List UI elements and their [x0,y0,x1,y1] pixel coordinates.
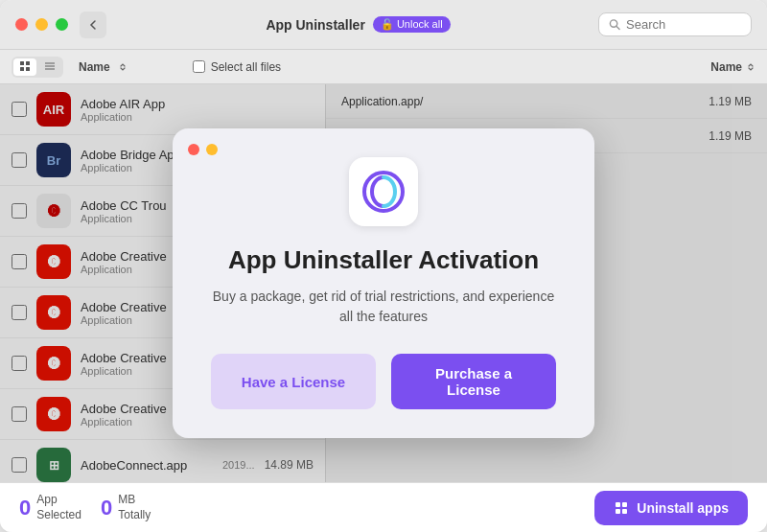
select-all-container: Select all files [193,60,281,74]
activation-modal: App Uninstaller Activation Buy a package… [173,128,594,438]
column-header: Name Select all files Name [0,50,767,84]
svg-line-1 [616,26,619,29]
titlebar: App Uninstaller 🔓 Unlock all [0,0,767,50]
svg-rect-10 [616,502,620,507]
unlock-label: 🔓 Unlock all [381,18,443,31]
main-window: App Uninstaller 🔓 Unlock all [0,0,767,532]
purchase-license-button[interactable]: Purchase a License [391,354,556,409]
modal-minimize[interactable] [206,144,218,155]
search-bar[interactable] [598,12,752,36]
col-header-right: Name [710,60,755,74]
select-all-checkbox[interactable] [193,60,205,73]
search-input[interactable] [626,17,741,32]
view-toggle [12,57,63,78]
back-button[interactable] [80,12,106,38]
maximize-button[interactable] [56,18,68,31]
modal-subtitle: Buy a package, get rid of trial restrict… [211,287,556,327]
svg-rect-11 [622,502,627,507]
sort-icon [118,62,128,72]
view-btn-grid[interactable] [13,58,36,76]
title-center: App Uninstaller 🔓 Unlock all [118,16,598,33]
svg-rect-13 [622,509,627,514]
uninstall-label: Uninstall apps [637,500,729,516]
search-icon [609,18,620,31]
window-controls [15,18,68,31]
name-column-header: Name [79,60,110,74]
select-all-label: Select all files [211,60,281,74]
uninstall-icon [614,500,629,516]
svg-rect-3 [26,61,30,65]
col-header-left: Name Select all files [12,57,710,78]
svg-rect-12 [616,509,620,514]
statusbar: 0 AppSelected 0 MBTotally Uninstall apps [0,482,767,532]
close-button[interactable] [15,18,28,31]
modal-close[interactable] [188,144,199,155]
right-col-name: Name [710,60,742,74]
modal-traffic-lights [188,144,218,155]
app-selected-label: AppSelected [36,493,81,522]
app-logo-icon [360,168,407,216]
content-area: AIR Adobe AIR App Application Br Adobe B… [0,84,767,482]
uninstall-button[interactable]: Uninstall apps [594,491,748,525]
modal-title: App Uninstaller Activation [228,245,539,275]
view-btn-list[interactable] [38,58,61,76]
mb-stat: 0 MBTotally [101,493,151,522]
have-license-button[interactable]: Have a License [211,354,376,409]
svg-rect-5 [26,67,30,71]
app-selected-stat: 0 AppSelected [19,493,81,522]
mb-label: MBTotally [118,493,151,522]
mb-count: 0 [101,496,112,520]
modal-logo [349,157,418,226]
svg-rect-4 [20,67,24,71]
svg-rect-2 [20,61,24,65]
unlock-badge[interactable]: 🔓 Unlock all [373,16,451,33]
modal-buttons: Have a License Purchase a License [211,354,556,409]
app-title: App Uninstaller [266,17,364,33]
app-count: 0 [19,496,31,520]
minimize-button[interactable] [35,18,48,31]
modal-overlay: App Uninstaller Activation Buy a package… [0,84,767,482]
sort-right-icon [746,62,755,72]
